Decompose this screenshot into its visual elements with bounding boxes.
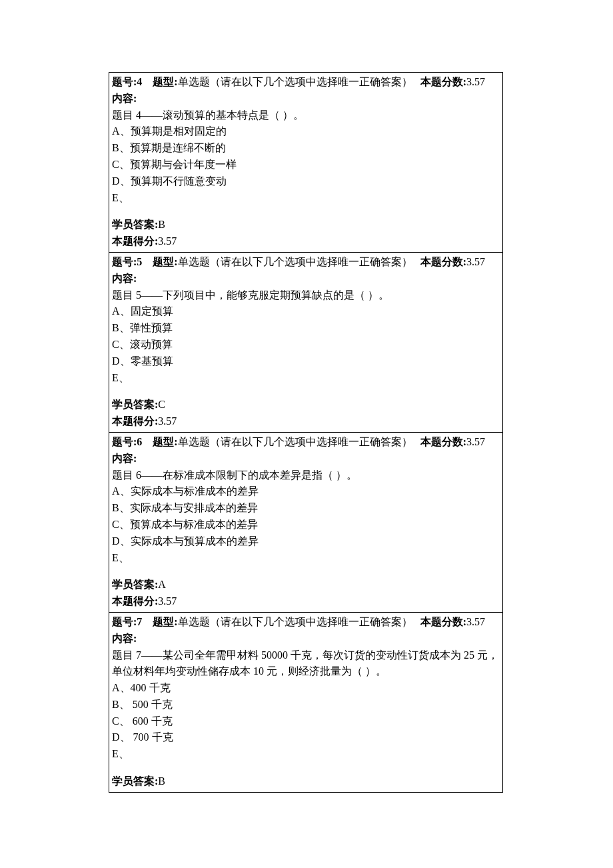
- option-b: B、实际成本与安排成本的差异: [112, 500, 500, 517]
- qnum-value: 5: [137, 256, 142, 267]
- spacer: [112, 566, 500, 577]
- qnum-value: 6: [137, 436, 142, 447]
- option-a: A、400 千克: [112, 680, 500, 697]
- option-c: C、预算成本与标准成本的差异: [112, 517, 500, 533]
- score-value: 3.57: [466, 256, 485, 267]
- score-label: 本题分数:: [420, 436, 466, 447]
- table-row: 题号:6 题型:单选题（请在以下几个选项中选择唯一正确答案） 本题分数:3.57…: [109, 432, 503, 612]
- answer-value: A: [158, 579, 166, 590]
- page: 题号:4 题型:单选题（请在以下几个选项中选择唯一正确答案） 本题分数:3.57…: [0, 0, 613, 833]
- earned-label: 本题得分:: [112, 595, 158, 607]
- content-label: 内容:: [112, 91, 500, 107]
- option-d: D、 700 千克: [112, 729, 500, 746]
- question-stem: 题目 5——下列项目中，能够克服定期预算缺点的是（ ）。: [112, 287, 500, 304]
- score-value: 3.57: [466, 76, 485, 87]
- content-label: 内容:: [112, 631, 500, 647]
- option-e: E、: [112, 550, 500, 567]
- qtype-value: 单选题（请在以下几个选项中选择唯一正确答案）: [178, 616, 412, 627]
- content-label: 内容:: [112, 451, 500, 467]
- earned-value: 3.57: [158, 235, 177, 247]
- qnum-value: 4: [137, 76, 142, 87]
- qnum-value: 7: [137, 616, 142, 627]
- question-stem: 题目 6——在标准成本限制下的成本差异是指（ ）。: [112, 467, 500, 484]
- score-label: 本题分数:: [420, 256, 466, 267]
- option-e: E、: [112, 370, 500, 387]
- option-c: C、 600 千克: [112, 713, 500, 730]
- answer-label: 学员答案:: [112, 219, 158, 230]
- qtype-value: 单选题（请在以下几个选项中选择唯一正确答案）: [178, 76, 412, 87]
- option-d: D、实际成本与预算成本的差异: [112, 533, 500, 550]
- option-e: E、: [112, 190, 500, 207]
- qtype-label: 题型:: [153, 256, 177, 267]
- option-b: B、预算期是连绵不断的: [112, 140, 500, 157]
- score-value: 3.57: [466, 616, 485, 627]
- qnum-label: 题号:: [112, 76, 137, 87]
- option-a: A、固定预算: [112, 303, 500, 320]
- score-label: 本题分数:: [420, 76, 466, 87]
- answer-value: B: [158, 775, 165, 787]
- option-c: C、滚动预算: [112, 337, 500, 353]
- score-label: 本题分数:: [420, 616, 466, 627]
- answer-label: 学员答案:: [112, 399, 158, 410]
- option-d: D、零基预算: [112, 353, 500, 370]
- content-label: 内容:: [112, 271, 500, 287]
- spacer: [112, 386, 500, 397]
- table-row: 题号:5 题型:单选题（请在以下几个选项中选择唯一正确答案） 本题分数:3.57…: [109, 252, 503, 432]
- question-stem: 题目 4——滚动预算的基本特点是（ ）。: [112, 107, 500, 124]
- option-b: B、弹性预算: [112, 320, 500, 337]
- option-e: E、: [112, 746, 500, 763]
- qtype-label: 题型:: [153, 616, 177, 627]
- qnum-label: 题号:: [112, 436, 137, 447]
- option-b: B、 500 千克: [112, 697, 500, 713]
- questions-table: 题号:4 题型:单选题（请在以下几个选项中选择唯一正确答案） 本题分数:3.57…: [109, 72, 503, 793]
- answer-value: B: [158, 219, 165, 230]
- earned-label: 本题得分:: [112, 415, 158, 427]
- answer-label: 学员答案:: [112, 579, 158, 590]
- score-value: 3.57: [466, 436, 485, 447]
- table-row: 题号:4 题型:单选题（请在以下几个选项中选择唯一正确答案） 本题分数:3.57…: [109, 73, 503, 253]
- answer-value: C: [158, 399, 165, 410]
- earned-value: 3.57: [158, 415, 177, 427]
- qtype-label: 题型:: [153, 436, 177, 447]
- qnum-label: 题号:: [112, 616, 137, 627]
- spacer: [112, 206, 500, 217]
- option-a: A、实际成本与标准成本的差异: [112, 483, 500, 500]
- qnum-label: 题号:: [112, 256, 137, 267]
- question-stem: 题目 7——某公司全年需甲材料 50000 千克，每次订货的变动性订货成本为 2…: [112, 647, 500, 681]
- earned-value: 3.57: [158, 595, 177, 607]
- qtype-label: 题型:: [153, 76, 177, 87]
- earned-label: 本题得分:: [112, 235, 158, 247]
- option-c: C、预算期与会计年度一样: [112, 157, 500, 173]
- spacer: [112, 763, 500, 773]
- answer-label: 学员答案:: [112, 775, 158, 787]
- option-a: A、预算期是相对固定的: [112, 123, 500, 140]
- option-d: D、预算期不行随意变动: [112, 173, 500, 190]
- qtype-value: 单选题（请在以下几个选项中选择唯一正确答案）: [178, 256, 412, 267]
- table-row: 题号:7 题型:单选题（请在以下几个选项中选择唯一正确答案） 本题分数:3.57…: [109, 612, 503, 792]
- qtype-value: 单选题（请在以下几个选项中选择唯一正确答案）: [178, 436, 412, 447]
